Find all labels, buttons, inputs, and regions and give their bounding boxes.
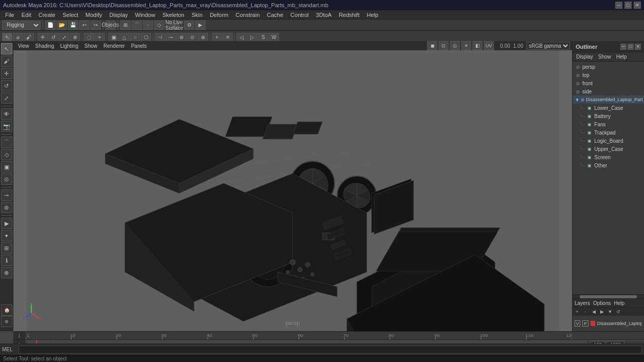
vp-menu-view[interactable]: View xyxy=(15,43,32,49)
info-tool[interactable]: ℹ xyxy=(1,255,12,266)
rotate-tool-btn[interactable]: ↺ xyxy=(48,33,59,42)
outliner-item-side[interactable]: ◎ side xyxy=(573,87,644,96)
outliner-scrollbar[interactable] xyxy=(573,294,644,298)
new-scene-btn[interactable]: 📄 xyxy=(45,21,56,30)
paint-sel-btn[interactable]: 🖌 xyxy=(24,33,34,42)
vp-menu-lighting[interactable]: Lighting xyxy=(58,43,81,49)
out-menu-display[interactable]: Display xyxy=(575,54,595,60)
poly-btn2[interactable]: △ xyxy=(119,33,130,42)
rig-btn4[interactable]: ⊙ xyxy=(187,33,197,42)
outliner-item-group[interactable]: ▼ ⊞ Disassembled_Laptop_Part... xyxy=(573,96,644,104)
lasso-tool-btn[interactable]: ⌀ xyxy=(13,33,23,42)
outliner-item-other[interactable]: └─ ▣ Other xyxy=(573,161,644,169)
anim-btn1[interactable]: ◁ xyxy=(236,33,247,42)
menu-file[interactable]: File xyxy=(2,11,17,18)
layer-color-swatch[interactable] xyxy=(591,321,595,326)
vp-wireframe-btn[interactable]: ⊡ xyxy=(438,41,449,50)
history-btn[interactable]: ⌖ xyxy=(95,33,105,42)
menu-help[interactable]: Help xyxy=(363,11,381,18)
rig-btn2[interactable]: ⊸ xyxy=(165,33,176,42)
menu-select[interactable]: Select xyxy=(60,11,82,18)
rig-btn3[interactable]: ⊚ xyxy=(176,33,187,42)
outliner-item-screen[interactable]: └─ ▣ Screen xyxy=(573,153,644,161)
menu-constrain[interactable]: Constrain xyxy=(232,11,263,18)
render-btn[interactable]: ▶ xyxy=(195,21,206,30)
objects-btn[interactable]: Objects xyxy=(105,21,116,30)
outliner-close-btn[interactable]: ✕ xyxy=(635,44,641,50)
universal-manip-btn[interactable]: ⊕ xyxy=(70,33,80,42)
anim-btn4[interactable]: W xyxy=(269,33,279,42)
menu-display[interactable]: Display xyxy=(106,11,131,18)
menu-control[interactable]: Control xyxy=(287,11,311,18)
render-tool[interactable]: ▶ xyxy=(1,218,12,229)
menu-edit[interactable]: Edit xyxy=(19,11,34,18)
out-menu-help[interactable]: Help xyxy=(615,54,629,60)
soft-sel-btn[interactable]: ◌ xyxy=(84,33,94,42)
grid-tool[interactable]: ⊞ xyxy=(1,242,12,254)
menu-redshift[interactable]: Redshift xyxy=(336,11,362,18)
scene-tool[interactable]: ⊕ xyxy=(1,267,12,278)
layer-new-btn[interactable]: + xyxy=(574,308,581,315)
anim-btn3[interactable]: S xyxy=(258,33,268,42)
snap-curve-btn[interactable]: ⌒ xyxy=(132,21,142,30)
menu-cache[interactable]: Cache xyxy=(264,11,286,18)
close-button[interactable]: ✕ xyxy=(634,2,641,9)
scale-tool[interactable]: ⤢ xyxy=(1,92,12,104)
vp-menu-renderer[interactable]: Renderer xyxy=(101,43,127,49)
out-menu-show[interactable]: Show xyxy=(597,54,613,60)
outliner-item-trackpad[interactable]: └─ ▣ Trackpad xyxy=(573,128,644,137)
open-scene-btn[interactable]: 📂 xyxy=(57,21,67,30)
cam-tool[interactable]: 📷 xyxy=(1,121,12,132)
snap-surface-btn[interactable]: ◇ xyxy=(154,21,164,30)
minimize-button[interactable]: ─ xyxy=(615,2,622,9)
outliner-item-persp[interactable]: ◎ persp xyxy=(573,63,644,71)
render-settings-btn[interactable]: ⚙ xyxy=(184,21,194,30)
live-surface-btn[interactable]: No Live Surface xyxy=(169,21,179,30)
move-tool[interactable]: ✛ xyxy=(1,68,12,79)
view-tool[interactable]: 👁 xyxy=(1,108,12,120)
save-scene-btn[interactable]: 💾 xyxy=(68,21,78,30)
maximize-button[interactable]: □ xyxy=(624,2,632,9)
vp-smooth-btn[interactable]: ◎ xyxy=(450,41,460,50)
layer-menu-btn[interactable]: ▼ xyxy=(606,308,614,315)
menu-create[interactable]: Create xyxy=(35,11,59,18)
layers-menu-layers[interactable]: Layers xyxy=(575,300,590,306)
outliner-scroll-thumb[interactable] xyxy=(580,295,637,298)
select-tool[interactable]: ↖ xyxy=(1,43,12,54)
cross-btn[interactable]: ✕ xyxy=(223,33,233,42)
layers-menu-options[interactable]: Options xyxy=(593,300,611,306)
outliner-min-btn[interactable]: ─ xyxy=(620,44,627,50)
surface-tool[interactable]: ◇ xyxy=(1,149,12,160)
rotate-tool[interactable]: ↺ xyxy=(1,80,12,91)
layers-menu-help[interactable]: Help xyxy=(614,300,624,306)
menu-deform[interactable]: Deform xyxy=(207,11,231,18)
layer-playback-toggle[interactable]: P xyxy=(582,320,588,327)
command-input[interactable] xyxy=(19,346,642,354)
menu-skin[interactable]: Skin xyxy=(189,11,206,18)
poly-tool[interactable]: ▣ xyxy=(1,161,12,173)
outliner-item-fans[interactable]: └─ ▣ Fans xyxy=(573,120,644,128)
scale-tool-btn[interactable]: ⤢ xyxy=(59,33,69,42)
viewport-canvas[interactable]: persp x y z xyxy=(13,50,572,331)
rig-btn1[interactable]: ⊣ xyxy=(155,33,165,42)
viewport[interactable]: View Shading Lighting Show Renderer Pane… xyxy=(13,41,572,331)
outliner-max-btn[interactable]: □ xyxy=(628,44,634,50)
poly-btn3[interactable]: ○ xyxy=(130,33,140,42)
outliner-item-logic-board[interactable]: └─ ▣ Logic_Board xyxy=(573,137,644,145)
poly-btn1[interactable]: ▣ xyxy=(108,33,119,42)
vp-menu-shading[interactable]: Shading xyxy=(33,43,57,49)
anim-btn2[interactable]: ▷ xyxy=(247,33,257,42)
outliner-item-top[interactable]: ◎ top xyxy=(573,71,644,79)
undo-btn[interactable]: ↩ xyxy=(79,21,89,30)
vp-shaded-btn[interactable]: ◧ xyxy=(472,41,483,50)
fx-tool[interactable]: ✦ xyxy=(1,230,12,241)
layer-prev-btn[interactable]: ◀ xyxy=(590,308,597,315)
rig-btn5[interactable]: ⊕ xyxy=(198,33,208,42)
sculpt-tool[interactable]: ⊙ xyxy=(1,174,12,185)
menu-3dtoa[interactable]: 3DtoA xyxy=(313,11,335,18)
skin-tool[interactable]: ⊚ xyxy=(1,202,12,213)
layer-refresh-btn[interactable]: ↺ xyxy=(615,308,622,315)
menu-skeleton[interactable]: Skeleton xyxy=(159,11,188,18)
outliner-content[interactable]: ◎ persp ◎ top ◎ front ◎ side ▼ ⊞ Dis xyxy=(573,62,644,294)
mode-dropdown[interactable]: Rigging Animation Modeling xyxy=(2,21,41,30)
